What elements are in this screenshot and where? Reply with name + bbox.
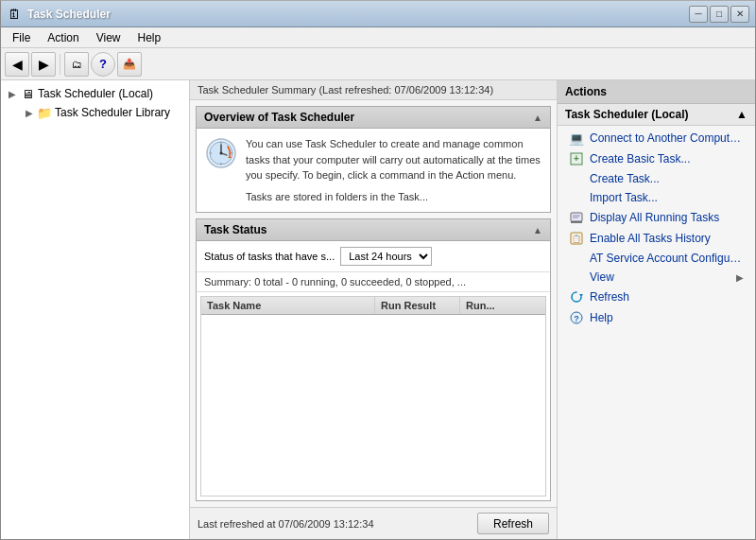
menu-view[interactable]: View	[89, 29, 129, 46]
svg-point-4	[220, 152, 223, 155]
computer-icon: 🖥	[20, 86, 35, 101]
panel-header: Task Scheduler Summary (Last refreshed: …	[190, 80, 557, 100]
summary-text: Summary: 0 total - 0 running, 0 succeede…	[204, 276, 466, 287]
menu-file[interactable]: File	[5, 29, 38, 46]
svg-text:+: +	[574, 153, 579, 164]
refresh-action-icon	[569, 289, 584, 305]
bottom-bar: Last refreshed at 07/06/2009 13:12:34 Re…	[190, 507, 557, 539]
back-button[interactable]: ◀	[5, 52, 29, 77]
tree-item-local[interactable]: ▶ 🖥 Task Scheduler (Local)	[1, 84, 189, 103]
action-connect[interactable]: 💻 Connect to Another Computer...	[558, 128, 755, 148]
svg-marker-18	[579, 294, 583, 297]
col-run-result: Run Result	[375, 297, 460, 314]
display-running-icon	[569, 210, 584, 225]
help-action-icon: ?	[569, 310, 584, 325]
overview-extra-text: Tasks are stored in folders in the Task.…	[246, 189, 542, 205]
action-at-service-label: AT Service Account Configurati...	[590, 252, 744, 265]
filter-select[interactable]: Last 24 hours Last hour Last week Last m…	[340, 247, 432, 266]
action-create-task-label: Create Task...	[590, 172, 660, 185]
help-toolbar-button[interactable]: ?	[91, 52, 115, 77]
action-view[interactable]: View ▶	[558, 268, 755, 287]
action-connect-label: Connect to Another Computer...	[590, 131, 744, 145]
action-import-task[interactable]: Import Task...	[558, 188, 755, 207]
show-console-button[interactable]: 🗂	[64, 52, 89, 77]
main-window: 🗓 Task Scheduler ─ □ ✕ File Action View …	[0, 0, 756, 540]
maximize-button[interactable]: □	[710, 6, 729, 23]
task-status-header[interactable]: Task Status ▲	[197, 219, 550, 241]
action-help[interactable]: ? Help	[558, 307, 755, 328]
forward-button[interactable]: ▶	[31, 52, 56, 77]
clock-icon-container	[204, 136, 238, 170]
overview-collapse-icon[interactable]: ▲	[533, 113, 542, 123]
action-view-label: View	[590, 270, 614, 284]
svg-text:📋: 📋	[572, 234, 581, 243]
export-button[interactable]: 📤	[117, 52, 142, 77]
tree-label-library: Task Scheduler Library	[55, 106, 170, 119]
view-arrow-icon: ▶	[736, 272, 744, 283]
app-icon: 🗓	[7, 7, 22, 22]
refresh-button[interactable]: Refresh	[477, 513, 549, 534]
bottom-timestamp: Last refreshed at 07/06/2009 13:12:34	[198, 518, 374, 530]
folder-icon: 📁	[37, 105, 52, 120]
enable-history-icon: 📋	[569, 231, 584, 246]
main-content: ▶ 🖥 Task Scheduler (Local) ▶ 📁 Task Sche…	[1, 80, 755, 539]
tree-label-local: Task Scheduler (Local)	[38, 87, 153, 100]
filter-label: Status of tasks that have s...	[204, 251, 335, 262]
clock-icon	[205, 137, 237, 169]
overview-title: Overview of Task Scheduler	[204, 111, 354, 124]
action-at-service[interactable]: AT Service Account Configurati...	[558, 249, 755, 268]
action-display-running[interactable]: Display All Running Tasks	[558, 207, 755, 228]
overview-section-header[interactable]: Overview of Task Scheduler ▲	[197, 107, 550, 129]
center-scroll[interactable]: Overview of Task Scheduler ▲	[190, 100, 557, 507]
table-body	[201, 315, 545, 428]
task-table: Task Name Run Result Run...	[200, 296, 546, 496]
overview-section: Overview of Task Scheduler ▲	[196, 106, 551, 213]
menu-help[interactable]: Help	[130, 29, 169, 46]
tree-item-library[interactable]: ▶ 📁 Task Scheduler Library	[1, 103, 189, 122]
task-status-collapse-icon[interactable]: ▲	[533, 225, 542, 235]
action-display-running-label: Display All Running Tasks	[590, 211, 719, 224]
actions-group-header[interactable]: Task Scheduler (Local) ▲	[558, 104, 755, 126]
connect-icon: 💻	[569, 131, 584, 146]
action-help-label: Help	[590, 311, 613, 324]
action-enable-history[interactable]: 📋 Enable All Tasks History	[558, 228, 755, 249]
window-title: Task Scheduler	[27, 8, 683, 21]
action-refresh[interactable]: Refresh	[558, 287, 755, 307]
status-filter-row: Status of tasks that have s... Last 24 h…	[197, 241, 550, 272]
table-header: Task Name Run Result Run...	[201, 297, 545, 315]
task-status-section: Task Status ▲ Status of tasks that have …	[196, 218, 551, 501]
action-create-task[interactable]: Create Task...	[558, 169, 755, 188]
actions-panel: Actions Task Scheduler (Local) ▲ 💻 Conne…	[557, 80, 755, 539]
overview-text: You can use Task Scheduler to create and…	[246, 136, 542, 204]
create-basic-icon: +	[569, 151, 584, 166]
tree-expand-local[interactable]: ▶	[5, 86, 20, 101]
toolbar-separator-1	[60, 54, 60, 75]
action-create-basic[interactable]: + Create Basic Task...	[558, 148, 755, 169]
tree-panel: ▶ 🖥 Task Scheduler (Local) ▶ 📁 Task Sche…	[1, 80, 190, 539]
toolbar: ◀ ▶ 🗂 ? 📤	[1, 48, 755, 80]
summary-row: Summary: 0 total - 0 running, 0 succeede…	[197, 272, 550, 292]
col-task-name: Task Name	[201, 297, 375, 314]
window-controls: ─ □ ✕	[689, 6, 749, 23]
overview-content: You can use Task Scheduler to create and…	[204, 136, 542, 204]
close-button[interactable]: ✕	[730, 6, 749, 23]
actions-group-label: Task Scheduler (Local)	[565, 108, 688, 121]
task-status-title: Task Status	[204, 223, 266, 236]
title-bar: 🗓 Task Scheduler ─ □ ✕	[1, 1, 755, 27]
actions-group-collapse-icon: ▲	[736, 108, 747, 121]
actions-panel-header: Actions	[558, 80, 755, 104]
overview-section-content: You can use Task Scheduler to create and…	[197, 129, 550, 212]
center-panel: Task Scheduler Summary (Last refreshed: …	[190, 80, 557, 539]
actions-list: 💻 Connect to Another Computer... + Creat…	[558, 126, 755, 330]
menu-action[interactable]: Action	[40, 29, 86, 46]
tree-expand-library[interactable]: ▶	[22, 105, 37, 120]
action-create-basic-label: Create Basic Task...	[590, 152, 691, 165]
action-refresh-label: Refresh	[590, 290, 629, 304]
menu-bar: File Action View Help	[1, 27, 755, 48]
col-run: Run...	[460, 297, 545, 314]
action-enable-history-label: Enable All Tasks History	[590, 232, 711, 245]
svg-text:?: ?	[574, 314, 579, 323]
overview-main-text: You can use Task Scheduler to create and…	[246, 136, 542, 183]
action-import-task-label: Import Task...	[590, 191, 658, 204]
minimize-button[interactable]: ─	[689, 6, 708, 23]
